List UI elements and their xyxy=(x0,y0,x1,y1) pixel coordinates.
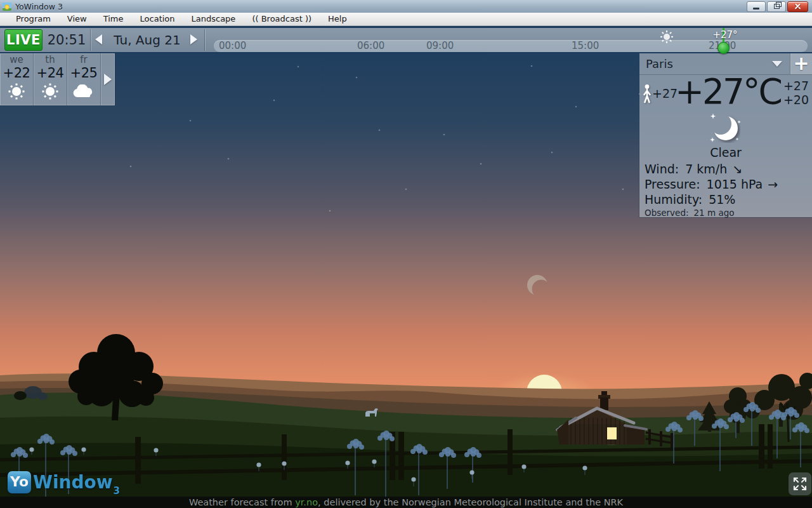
yowindow-logo: Yo Window 3 xyxy=(8,471,120,497)
cloud-icon xyxy=(72,81,95,102)
menubar: Program View Time Location Landscape (( … xyxy=(0,13,812,26)
forecast-temp: +25 xyxy=(70,65,98,81)
yrno-link[interactable]: yr.no xyxy=(295,497,318,507)
titlebar: YoWindow 3 xyxy=(0,0,812,13)
footer-text: , delivered by the Norwegian Meteorologi… xyxy=(318,497,623,507)
next-day-button[interactable] xyxy=(190,34,197,44)
daylight-sun-icon xyxy=(660,30,674,44)
wind-label: Wind: xyxy=(645,162,679,176)
live-button[interactable]: LIVE xyxy=(4,29,43,51)
window-title: YoWindow 3 xyxy=(15,2,63,11)
pressure-label: Pressure: xyxy=(645,177,700,191)
prev-day-button[interactable] xyxy=(95,34,102,44)
add-location-button[interactable]: + xyxy=(790,53,812,74)
feels-like-temp: +27 xyxy=(652,86,678,100)
date-label[interactable]: Tu, Aug 21 xyxy=(107,29,188,51)
weather-details: Wind:7 km/h↘ Pressure:1015 hPa→ Humidity… xyxy=(639,160,812,218)
logo-wordmark: Window xyxy=(33,471,113,494)
current-temperature: +27°C xyxy=(675,71,780,112)
high-low-temps: +27 +20 xyxy=(783,79,809,107)
logo-tile: Yo xyxy=(8,471,31,493)
yowindow-app: YoWindow 3 Program View Time Location La… xyxy=(0,0,812,508)
timeline-tick: 09:00 xyxy=(426,40,454,52)
timeline-tick: 15:00 xyxy=(572,40,599,52)
pressure-trend-icon: → xyxy=(768,177,778,191)
fullscreen-arrows-icon xyxy=(792,476,808,492)
forecast-expand-button[interactable] xyxy=(101,53,115,105)
wind-direction-icon: ↘ xyxy=(732,162,742,176)
weather-panel: Paris + +27 +27°C +27 +20 xyxy=(639,53,812,217)
forecast-day-label: th xyxy=(45,55,55,65)
sky-moon-icon xyxy=(527,275,547,295)
close-icon xyxy=(794,3,801,10)
condition-icon-wrap xyxy=(639,113,812,145)
close-button[interactable] xyxy=(787,1,808,12)
restore-icon xyxy=(774,4,780,9)
forecast-day-thursday[interactable]: th +24 xyxy=(34,53,67,105)
humidity-value: 51% xyxy=(709,192,735,206)
menu-location[interactable]: Location xyxy=(132,13,183,25)
condition-text: Clear xyxy=(639,145,812,160)
logo-version: 3 xyxy=(114,485,120,497)
temperature-area: +27 +27°C +27 +20 xyxy=(639,75,812,112)
crescent-moon-icon xyxy=(707,113,744,145)
toolbar: LIVE 20:51 Tu, Aug 21 00:00 06:00 09:00 … xyxy=(0,26,812,53)
timeline-knob[interactable] xyxy=(717,42,730,54)
timeline-tick: 06:00 xyxy=(357,40,384,52)
toolbar-separator xyxy=(204,29,205,51)
timeline-tick: 00:00 xyxy=(219,40,246,52)
forecast-strip: we +22 th +24 fr xyxy=(0,53,115,105)
forecast-day-friday[interactable]: fr +25 xyxy=(67,53,101,105)
observed-label: Observed: xyxy=(645,208,689,218)
forecast-day-wednesday[interactable]: we +22 xyxy=(0,53,34,105)
feels-like-person-icon xyxy=(643,84,652,104)
window-controls xyxy=(745,1,808,12)
forecast-day-label: fr xyxy=(80,55,87,65)
menu-help[interactable]: Help xyxy=(320,13,355,25)
pressure-row: Pressure:1015 hPa→ xyxy=(645,177,807,192)
observed-row: Observed:21 m ago xyxy=(645,207,807,218)
observed-value: 21 m ago xyxy=(694,208,735,218)
sun-icon xyxy=(41,81,59,102)
current-time: 20:51 xyxy=(44,29,89,51)
expand-arrow-icon xyxy=(104,74,112,85)
minimize-icon xyxy=(753,8,759,10)
footer-credit: Weather forecast from yr.no, delivered b… xyxy=(0,497,812,508)
menu-program[interactable]: Program xyxy=(8,13,59,25)
forecast-day-label: we xyxy=(10,55,23,65)
menu-time[interactable]: Time xyxy=(95,13,132,25)
high-temp: +27 xyxy=(783,79,809,93)
location-selector[interactable]: Paris xyxy=(639,57,772,70)
menu-landscape[interactable]: Landscape xyxy=(183,13,244,25)
humidity-label: Humidity: xyxy=(645,192,702,206)
app-icon xyxy=(3,2,11,11)
toolbar-separator xyxy=(90,29,91,51)
wind-value: 7 km/h xyxy=(685,162,727,176)
menu-broadcast[interactable]: (( Broadcast )) xyxy=(244,13,320,25)
timeline-cursor-temp: +27° xyxy=(710,29,740,41)
sun-icon xyxy=(8,81,25,102)
minimize-button[interactable] xyxy=(747,1,766,12)
chevron-down-icon[interactable] xyxy=(772,61,782,67)
low-temp: +20 xyxy=(783,93,809,107)
lit-window xyxy=(607,427,617,439)
wind-row: Wind:7 km/h↘ xyxy=(645,161,807,177)
footer-text: Weather forecast from xyxy=(189,497,295,507)
menu-view[interactable]: View xyxy=(59,13,95,25)
forecast-temp: +24 xyxy=(37,65,64,81)
forecast-temp: +22 xyxy=(3,65,30,81)
humidity-row: Humidity:51% xyxy=(645,192,807,207)
restore-button[interactable] xyxy=(767,1,786,12)
fullscreen-button[interactable] xyxy=(789,472,811,495)
pressure-value: 1015 hPa xyxy=(707,177,763,191)
